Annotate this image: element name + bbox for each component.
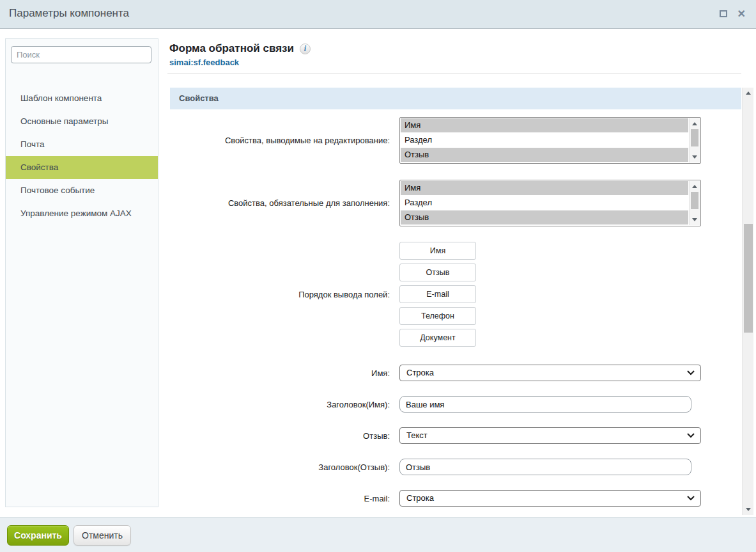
row-feedback-title: Заголовок(Отзыв): <box>169 459 691 475</box>
component-name-link[interactable]: simai:sf.feedback <box>169 58 239 67</box>
option-name[interactable]: Имя <box>401 181 688 195</box>
option-feedback[interactable]: Отзыв <box>401 210 688 225</box>
maximize-icon[interactable] <box>720 10 727 17</box>
scroll-up-icon[interactable] <box>692 122 697 125</box>
select-value: Строка <box>406 368 434 377</box>
row-name-title: Заголовок(Имя): <box>169 396 691 413</box>
scroll-down-icon[interactable] <box>746 508 751 511</box>
dialog-titlebar: Параметры компонента ✕ <box>0 0 756 29</box>
row-email-type: E-mail: Строка <box>169 490 701 507</box>
field-label: Заголовок(Отзыв): <box>169 462 390 472</box>
scrollbar-thumb[interactable] <box>691 192 698 209</box>
section-header-properties: Свойства <box>170 88 741 109</box>
content-scrollbar[interactable] <box>742 88 753 515</box>
scroll-down-icon[interactable] <box>692 218 697 221</box>
header-divider <box>167 73 741 74</box>
field-label: Заголовок(Имя): <box>169 400 390 409</box>
select-name-type[interactable]: Строка <box>399 365 701 381</box>
multiselect-scrollbar[interactable] <box>689 118 700 162</box>
dialog-title: Параметры компонента <box>9 7 129 20</box>
search-wrap <box>6 39 158 63</box>
sort-button-document[interactable]: Документ <box>399 329 476 347</box>
cancel-button[interactable]: Отменить <box>73 525 131 546</box>
input-name-title[interactable] <box>399 396 691 413</box>
row-name-type: Имя: Строка <box>169 365 701 381</box>
sidebar-item-main-parameters[interactable]: Основные параметры <box>6 110 158 133</box>
sidebar-item-mail-event[interactable]: Почтовое событие <box>6 179 158 202</box>
scroll-up-icon[interactable] <box>692 185 697 188</box>
window-controls: ✕ <box>720 9 746 19</box>
footer-bar: Сохранить Отменить <box>0 517 756 552</box>
scroll-up-icon[interactable] <box>746 91 751 95</box>
select-feedback-type[interactable]: Текст <box>399 427 701 444</box>
chevron-down-icon <box>687 433 695 438</box>
field-label: Имя: <box>169 368 390 378</box>
close-icon[interactable]: ✕ <box>737 9 746 19</box>
multiselect-props-editable[interactable]: Имя Раздел Отзыв <box>399 117 701 164</box>
multiselect-scrollbar[interactable] <box>689 181 700 225</box>
save-button[interactable]: Сохранить <box>7 525 69 546</box>
row-props-editable: Свойства, выводимые на редактирование: И… <box>169 117 701 164</box>
sort-button-feedback[interactable]: Отзыв <box>399 264 476 281</box>
scrollbar-thumb[interactable] <box>744 224 753 333</box>
multiselect-props-required[interactable]: Имя Раздел Отзыв <box>399 180 701 226</box>
option-feedback[interactable]: Отзыв <box>401 148 688 162</box>
sort-button-phone[interactable]: Телефон <box>399 307 476 325</box>
field-order-list: Имя Отзыв E-mail Телефон Документ <box>399 242 476 347</box>
row-feedback-type: Отзыв: Текст <box>169 427 701 444</box>
field-label: Порядок вывода полей: <box>169 290 390 299</box>
row-props-required: Свойства, обязательные для заполнения: И… <box>169 180 701 226</box>
sidebar-item-properties[interactable]: Свойства <box>6 156 158 179</box>
info-icon[interactable]: i <box>300 43 311 54</box>
page-header: Форма обратной связи i <box>169 42 311 55</box>
sort-button-name[interactable]: Имя <box>399 242 476 260</box>
page-title: Форма обратной связи <box>169 42 294 55</box>
sidebar-menu: Шаблон компонента Основные параметры Поч… <box>6 87 158 225</box>
select-value: Строка <box>406 493 434 503</box>
sidebar: Шаблон компонента Основные параметры Поч… <box>5 38 158 507</box>
chevron-down-icon <box>687 496 695 501</box>
input-feedback-title[interactable] <box>399 459 691 475</box>
select-email-type[interactable]: Строка <box>399 490 701 507</box>
sidebar-item-ajax-mode[interactable]: Управление режимом AJAX <box>6 202 158 225</box>
sort-button-email[interactable]: E-mail <box>399 285 476 303</box>
field-label: Свойства, выводимые на редактирование: <box>169 136 390 145</box>
option-section[interactable]: Раздел <box>401 133 688 147</box>
scrollbar-thumb[interactable] <box>691 129 698 146</box>
row-field-order: Порядок вывода полей: Имя Отзыв E-mail Т… <box>169 242 476 347</box>
search-input[interactable] <box>11 46 151 63</box>
field-label: Свойства, обязательные для заполнения: <box>169 198 390 208</box>
sidebar-item-component-template[interactable]: Шаблон компонента <box>6 87 158 110</box>
sidebar-item-mail[interactable]: Почта <box>6 133 158 156</box>
option-section[interactable]: Раздел <box>401 196 688 210</box>
select-value: Текст <box>406 430 428 440</box>
chevron-down-icon <box>687 370 695 375</box>
field-label: Отзыв: <box>169 431 390 441</box>
scroll-down-icon[interactable] <box>692 155 697 159</box>
option-name[interactable]: Имя <box>401 118 688 132</box>
field-label: E-mail: <box>169 494 390 503</box>
